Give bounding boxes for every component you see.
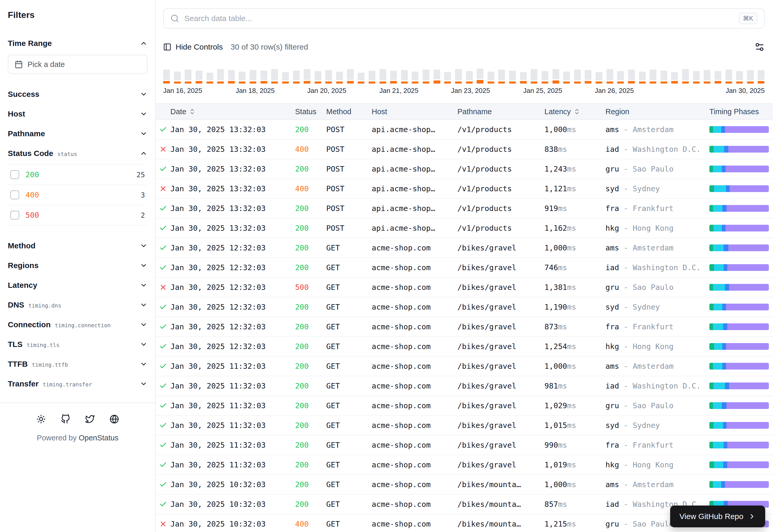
timeline-bar[interactable] [747,69,754,84]
table-row[interactable]: Jan 30, 2025 11:32:03 200 GET acme-shop.… [156,455,773,475]
timeline-bar[interactable] [358,69,364,84]
timeline-bar[interactable] [531,69,537,84]
hide-controls-button[interactable]: Hide Controls [163,43,223,51]
timeline-bar[interactable] [250,69,256,84]
table-row[interactable]: Jan 30, 2025 12:32:03 200 GET acme-shop.… [156,258,773,278]
timeline-bar[interactable] [736,69,743,84]
timeline-bar[interactable] [487,69,494,84]
timeline-bar[interactable] [552,69,559,84]
timeline-bar[interactable] [369,69,375,84]
table-row[interactable]: Jan 30, 2025 12:32:03 500 GET acme-shop.… [156,278,773,297]
filter-section-host[interactable]: Host [8,104,147,124]
table-row[interactable]: Jan 30, 2025 12:32:03 200 GET acme-shop.… [156,297,773,317]
table-row[interactable]: Jan 30, 2025 11:32:03 200 GET acme-shop.… [156,376,773,396]
status-option-200[interactable]: 200 25 [8,165,147,185]
filter-section-method[interactable]: Method [8,236,147,256]
timeline-bar[interactable] [163,69,170,84]
timeline-bar[interactable] [379,69,386,84]
filter-section-ttfb[interactable]: TTFBtiming.ttfb [8,354,147,374]
filter-section-status-code[interactable]: Status Codestatus [8,144,147,163]
timeline-bar[interactable] [541,69,548,84]
timeline-bar[interactable] [217,69,224,84]
search-input[interactable] [184,14,734,23]
timeline-bar[interactable] [271,69,278,84]
timeline-bar[interactable] [433,69,440,84]
timeline-bar[interactable] [509,69,516,84]
timeline-bar[interactable] [671,69,678,84]
timeline-bar[interactable] [261,69,267,84]
timeline-bar[interactable] [596,69,602,84]
table-row[interactable]: Jan 30, 2025 12:32:03 200 GET acme-shop.… [156,317,773,337]
timeline-bar[interactable] [185,69,191,84]
filter-section-connection[interactable]: Connectiontiming.connection [8,315,147,335]
timeline-bar[interactable] [693,69,700,84]
timeline-bar[interactable] [704,69,710,84]
timeline-bar[interactable] [520,69,527,84]
filter-section-regions[interactable]: Regions [8,256,147,275]
sun-button[interactable] [36,414,46,424]
timeline-bar[interactable] [563,69,570,84]
timeline-bar[interactable] [498,69,505,84]
table-row[interactable]: Jan 30, 2025 12:32:03 200 GET acme-shop.… [156,337,773,357]
timeline-bar[interactable] [207,69,213,84]
checkbox[interactable] [10,190,19,199]
checkbox[interactable] [10,170,19,179]
timeline-bar[interactable] [639,69,646,84]
timeline-bar[interactable] [585,69,592,84]
openstatus-link[interactable]: OpenStatus [79,434,118,442]
table-row[interactable]: Jan 30, 2025 13:32:03 200 POST api.acme-… [156,199,773,219]
timeline-bar[interactable] [758,69,764,84]
timeline-bar[interactable] [607,69,613,84]
timeline-bar[interactable] [228,69,235,84]
filter-section-latency[interactable]: Latency [8,275,147,295]
search-bar[interactable]: ⌘K [163,8,765,29]
timeline-bar[interactable] [282,69,289,84]
timeline-bar[interactable] [726,69,732,84]
timeline-bar[interactable] [336,69,343,84]
checkbox[interactable] [10,211,19,220]
timeline-bar[interactable] [423,69,429,84]
table-row[interactable]: Jan 30, 2025 13:32:03 200 POST api.acme-… [156,219,773,238]
timeline-bar[interactable] [617,69,624,84]
timeline-bar[interactable] [574,69,581,84]
table-row[interactable]: Jan 30, 2025 10:32:03 200 GET acme-shop.… [156,475,773,495]
timeline-bar[interactable] [412,69,418,84]
view-options-button[interactable] [754,42,765,52]
timeline-bar[interactable] [466,69,473,84]
timeline-bar[interactable] [196,69,202,84]
filter-section-dns[interactable]: DNStiming.dns [8,295,147,315]
table-row[interactable]: Jan 30, 2025 13:32:03 200 POST api.acme-… [156,120,773,140]
view-github-repo-button[interactable]: View GitHub Repo [670,506,765,527]
status-option-400[interactable]: 400 3 [8,185,147,205]
timeline-bar[interactable] [682,69,689,84]
timeline-bar[interactable] [174,69,181,84]
table-row[interactable]: Jan 30, 2025 11:32:03 200 GET acme-shop.… [156,357,773,376]
table-row[interactable]: Jan 30, 2025 13:32:03 200 POST api.acme-… [156,159,773,179]
timeline-bar[interactable] [293,69,300,84]
timeline-bar[interactable] [325,69,332,84]
column-header-date[interactable]: Date [170,107,295,116]
timeline-bar[interactable] [239,69,246,84]
globe-button[interactable] [110,414,119,424]
timeline-bar[interactable] [628,69,635,84]
filter-section-pathname[interactable]: Pathname [8,124,147,144]
filter-section-transfer[interactable]: Transfertiming.transfer [8,374,147,394]
timeline-bar[interactable] [650,69,656,84]
table-row[interactable]: Jan 30, 2025 13:32:03 400 POST api.acme-… [156,140,773,159]
table-row[interactable]: Jan 30, 2025 13:32:03 400 POST api.acme-… [156,179,773,199]
timeline-bar[interactable] [347,69,354,84]
timeline-bar[interactable] [715,69,721,84]
timeline-bar[interactable] [304,69,310,84]
timeline-bar[interactable] [455,69,462,84]
filter-section-time-range[interactable]: Time Range [8,33,147,53]
github-button[interactable] [61,414,70,424]
timeline-bar[interactable] [661,69,667,84]
filter-section-success[interactable]: Success [8,84,147,104]
timeline-bar[interactable] [390,69,397,84]
timeline-bar[interactable] [315,69,321,84]
date-picker-trigger[interactable]: Pick a date [8,55,147,74]
table-row[interactable]: Jan 30, 2025 12:32:03 200 GET acme-shop.… [156,238,773,258]
twitter-button[interactable] [85,414,94,424]
status-option-500[interactable]: 500 2 [8,205,147,226]
table-row[interactable]: Jan 30, 2025 11:32:03 200 GET acme-shop.… [156,435,773,455]
